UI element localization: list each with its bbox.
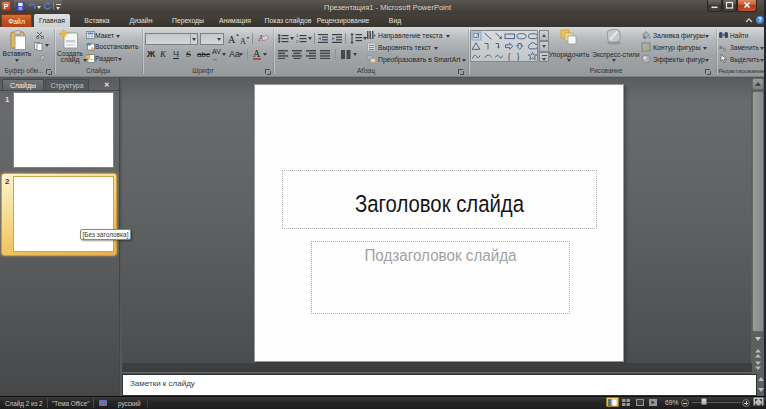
svg-text:{: { <box>508 51 511 61</box>
svg-text:}: } <box>517 51 520 61</box>
svg-text:A: A <box>240 37 246 45</box>
svg-text:2: 2 <box>296 39 299 43</box>
svg-text:b: b <box>723 46 726 52</box>
svg-text:P: P <box>4 3 9 10</box>
svg-text:A: A <box>228 34 236 44</box>
svg-text:1: 1 <box>296 34 299 38</box>
